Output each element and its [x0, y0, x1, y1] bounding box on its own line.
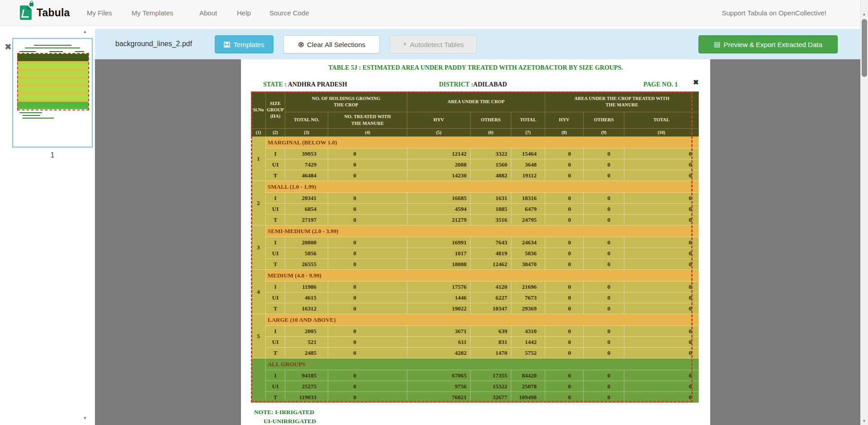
- scroll-down-arrow[interactable]: ▼: [862, 419, 866, 423]
- autodetect-tables-button[interactable]: ⚡ Autodetect Tables: [390, 35, 476, 53]
- nav-about[interactable]: About: [199, 9, 217, 17]
- brand-title: Tabula: [37, 7, 70, 19]
- brand[interactable]: Tabula: [20, 5, 70, 20]
- page-number-label: 1: [12, 151, 93, 159]
- autodetect-lightning-icon: ⚡: [402, 40, 407, 48]
- nav-help[interactable]: Help: [237, 9, 251, 17]
- scrollbar-thumb[interactable]: [862, 19, 867, 77]
- selection-close-x-icon[interactable]: ✖: [693, 79, 699, 86]
- tabula-app: Tabula My Files My Templates About Help …: [0, 0, 868, 425]
- nav-source-code[interactable]: Source Code: [269, 9, 309, 17]
- clear-all-selections-button[interactable]: ⊗ Clear All Selections: [283, 35, 380, 53]
- nav-my-templates[interactable]: My Templates: [132, 9, 173, 17]
- selection-box[interactable]: [251, 91, 693, 402]
- state-value: ANDHRA PRADESH: [288, 81, 347, 88]
- pdf-table-title: TABLE 5J : ESTIMATED AREA UNDER PADDY TR…: [241, 64, 710, 72]
- navbar: Tabula My Files My Templates About Help …: [0, 0, 868, 26]
- state-label: STATE :: [263, 81, 287, 88]
- window-scrollbar[interactable]: ▲ ▼: [860, 0, 868, 425]
- export-table-icon: ▤: [714, 40, 720, 48]
- thumbnail-selection-box: [17, 53, 89, 110]
- page-sidebar: ▲ ✖ 1 ▼: [0, 26, 95, 425]
- filename-label: background_lines_2.pdf: [115, 40, 192, 48]
- templates-button[interactable]: Templates: [215, 35, 274, 53]
- clear-circled-x-icon: ⊗: [298, 41, 304, 48]
- district-label: DISTRICT :: [439, 81, 473, 88]
- page-thumbnail-preview: [15, 41, 90, 145]
- page-no-label: PAGE NO. 1: [643, 81, 678, 88]
- sidebar-scroll-down-arrow[interactable]: ▼: [83, 415, 87, 420]
- thumbnail-table: [17, 54, 89, 109]
- note-line-1: NOTE: I-IRRIGATED: [254, 409, 314, 416]
- toolbar: background_lines_2.pdf Templates ⊗ Clear…: [95, 29, 860, 59]
- sidebar-scroll-up-arrow[interactable]: ▲: [83, 29, 87, 34]
- lock-icon: [29, 3, 33, 6]
- templates-save-icon: [224, 42, 230, 48]
- pdf-viewer-area: TABLE 5J : ESTIMATED AREA UNDER PADDY TR…: [95, 59, 860, 425]
- scroll-up-arrow[interactable]: ▲: [862, 12, 866, 16]
- note-line-2: UI-UNIRRIGATED: [264, 418, 316, 425]
- preview-export-button[interactable]: ▤ Preview & Export Extracted Data: [698, 35, 838, 53]
- district-value: ADILABAD: [473, 81, 507, 88]
- pdf-page[interactable]: TABLE 5J : ESTIMATED AREA UNDER PADDY TR…: [241, 59, 710, 425]
- nav-my-files[interactable]: My Files: [87, 9, 112, 17]
- remove-page-x-icon[interactable]: ✖: [5, 43, 12, 51]
- tabula-logo-icon: [20, 5, 32, 20]
- page-thumbnail[interactable]: [12, 38, 93, 148]
- support-link[interactable]: Support Tabula on OpenCollective!: [722, 9, 826, 17]
